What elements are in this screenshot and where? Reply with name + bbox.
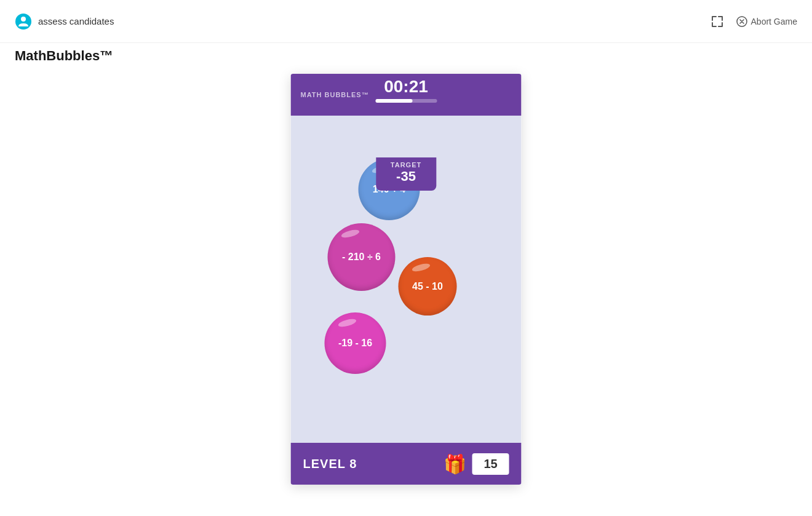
game-header: MATH BUBBLES™ 00:21 (291, 74, 522, 116)
logo-area: assess candidates (15, 13, 114, 30)
ac-logo-icon (15, 13, 32, 30)
bubble-3[interactable]: 45 - 10 (399, 257, 457, 316)
svg-point-1 (21, 17, 26, 22)
chest-icon: 🎁 (444, 453, 466, 475)
expand-icon[interactable] (710, 15, 724, 28)
bubble-2-formula: - 210 ÷ 6 (342, 252, 381, 263)
timer-bar-background (375, 99, 437, 103)
score-display: 15 (472, 453, 509, 475)
bubble-3-formula: 45 - 10 (412, 281, 443, 292)
game-play-area: TARGET -35 140 ÷ 4 - 210 ÷ 6 45 - 10 -19… (291, 116, 522, 472)
top-right-controls: Abort Game (710, 15, 797, 28)
bubble-4[interactable]: -19 - 16 (325, 312, 386, 374)
abort-icon (736, 16, 747, 27)
timer-area: 00:21 (375, 77, 437, 103)
app-title: MathBubbles™ (15, 48, 113, 64)
timer-display: 00:21 (384, 77, 428, 97)
top-bar: assess candidates Abort Game (0, 0, 812, 43)
level-label: LEVEL 8 (303, 457, 357, 471)
score-area: 🎁 15 (444, 453, 509, 475)
bubble-4-formula: -19 - 16 (338, 338, 372, 349)
target-area: TARGET -35 (376, 157, 436, 191)
target-value: -35 (391, 169, 421, 185)
target-label: TARGET (391, 161, 421, 169)
bubble-2[interactable]: - 210 ÷ 6 (328, 223, 396, 291)
timer-bar-fill (375, 99, 412, 103)
abort-game-button[interactable]: Abort Game (736, 16, 797, 27)
game-container: MATH BUBBLES™ 00:21 TARGET -35 140 ÷ 4 -… (291, 74, 522, 485)
game-logo-text: MATH BUBBLES™ (301, 91, 369, 98)
brand-name: assess candidates (38, 16, 114, 26)
abort-label: Abort Game (751, 17, 797, 26)
game-footer: LEVEL 8 🎁 15 (291, 443, 522, 485)
